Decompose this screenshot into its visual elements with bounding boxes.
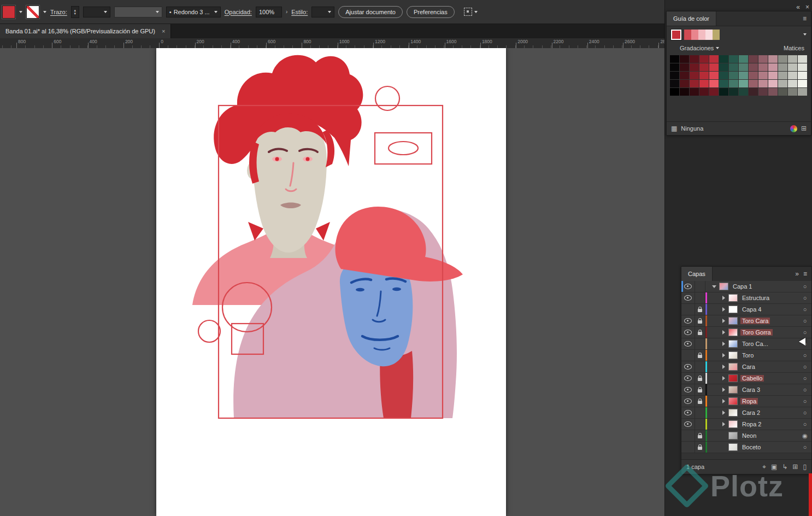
- target-circle[interactable]: ◉: [798, 432, 811, 439]
- color-swatch[interactable]: [798, 72, 807, 79]
- expand-icon[interactable]: [720, 319, 727, 323]
- target-circle[interactable]: ○: [798, 421, 811, 427]
- visibility-toggle[interactable]: [681, 338, 695, 349]
- layer-name[interactable]: Cara: [740, 363, 757, 370]
- save-swatches-icon[interactable]: ⊞: [801, 125, 807, 132]
- lock-toggle[interactable]: [695, 327, 705, 338]
- target-circle[interactable]: ○: [798, 386, 811, 393]
- color-swatch[interactable]: [749, 55, 758, 63]
- stroke-profile-dropdown[interactable]: [114, 7, 162, 17]
- visibility-toggle[interactable]: [681, 304, 695, 315]
- color-swatch[interactable]: [768, 80, 778, 87]
- lock-toggle[interactable]: [695, 304, 705, 315]
- layer-row[interactable]: Cara○: [681, 361, 811, 373]
- layer-name[interactable]: Capa 4: [740, 306, 763, 313]
- color-swatch[interactable]: [719, 72, 728, 79]
- color-swatch[interactable]: [690, 72, 699, 79]
- style-dropdown[interactable]: [311, 7, 334, 17]
- stroke-weight-stepper[interactable]: ▲▼: [71, 6, 79, 18]
- visibility-toggle[interactable]: [681, 384, 695, 395]
- color-swatch[interactable]: [778, 55, 787, 63]
- layer-row[interactable]: Toro Cara○: [681, 315, 811, 327]
- current-color-swatch[interactable]: [671, 30, 681, 40]
- layers-tab[interactable]: Capas: [681, 267, 713, 281]
- color-swatch[interactable]: [699, 72, 709, 79]
- tab-close-icon[interactable]: ×: [162, 28, 165, 34]
- color-swatch[interactable]: [739, 72, 748, 79]
- expand-icon[interactable]: [720, 376, 727, 380]
- lock-toggle[interactable]: [695, 373, 705, 384]
- lock-toggle[interactable]: [695, 384, 705, 395]
- color-guide-tab[interactable]: Guía de color: [667, 11, 716, 26]
- layer-name[interactable]: Toro Cara: [740, 318, 770, 324]
- color-swatch[interactable]: [719, 55, 728, 63]
- layer-row[interactable]: Cara 2○: [681, 407, 811, 419]
- layer-row[interactable]: Estructura○: [681, 292, 811, 304]
- canvas-area[interactable]: [0, 48, 664, 516]
- color-swatch[interactable]: [758, 63, 768, 71]
- expand-icon[interactable]: [710, 285, 718, 288]
- target-circle[interactable]: ○: [798, 295, 811, 301]
- expand-icon[interactable]: [720, 307, 727, 312]
- target-circle[interactable]: ○: [798, 363, 811, 370]
- color-swatch[interactable]: [729, 63, 738, 71]
- layer-row[interactable]: Capa 4○: [681, 304, 811, 315]
- target-circle[interactable]: ○: [798, 283, 811, 290]
- lock-toggle[interactable]: [695, 430, 705, 441]
- color-swatch[interactable]: [729, 55, 738, 63]
- layer-row[interactable]: Ropa○: [681, 396, 811, 407]
- expand-icon[interactable]: [720, 422, 727, 426]
- layer-name[interactable]: Cabello: [740, 375, 764, 382]
- color-swatch[interactable]: [670, 55, 679, 63]
- color-swatch[interactable]: [690, 80, 699, 87]
- color-swatch[interactable]: [670, 72, 679, 79]
- harmony-swatch[interactable]: [691, 30, 698, 40]
- new-sublayer-icon[interactable]: ↳: [782, 463, 787, 471]
- color-swatch[interactable]: [788, 72, 797, 79]
- color-swatch[interactable]: [758, 72, 768, 79]
- color-swatch[interactable]: [758, 55, 768, 63]
- harmony-swatch[interactable]: [713, 30, 720, 40]
- color-swatch[interactable]: [739, 55, 748, 63]
- variations-dropdown[interactable]: Gradaciones: [680, 45, 714, 51]
- layers-menu-icon[interactable]: ≡: [803, 270, 807, 278]
- expand-icon[interactable]: [720, 296, 727, 300]
- color-swatch[interactable]: [729, 80, 738, 87]
- document-tab[interactable]: Banda 01.ai* al 16,38% (RGB/Previsualiza…: [0, 24, 171, 38]
- artboard[interactable]: [156, 48, 506, 516]
- color-swatch[interactable]: [778, 88, 787, 96]
- color-swatch[interactable]: [788, 80, 797, 87]
- color-swatch[interactable]: [709, 80, 719, 87]
- visibility-toggle[interactable]: [681, 396, 695, 407]
- color-swatch[interactable]: [690, 55, 699, 63]
- color-swatch[interactable]: [709, 55, 719, 63]
- stroke-weight-dropdown[interactable]: [83, 7, 110, 17]
- color-swatch[interactable]: [680, 80, 689, 87]
- color-swatch[interactable]: [680, 88, 689, 96]
- color-swatch[interactable]: [690, 63, 699, 71]
- color-swatch[interactable]: [788, 88, 797, 96]
- stroke-caret-icon[interactable]: [43, 11, 46, 13]
- layer-row[interactable]: Toro Ca...○: [681, 338, 811, 350]
- color-swatch[interactable]: [709, 72, 719, 79]
- color-swatch[interactable]: [670, 88, 679, 96]
- brush-dropdown[interactable]: •Redondo 3 ...: [166, 7, 221, 17]
- color-swatch[interactable]: [729, 88, 738, 96]
- expand-icon[interactable]: [720, 365, 727, 369]
- layer-name[interactable]: Neon: [740, 432, 758, 439]
- target-circle[interactable]: ○: [798, 409, 811, 416]
- lock-toggle[interactable]: [695, 281, 705, 292]
- color-swatch[interactable]: [778, 72, 787, 79]
- color-swatch[interactable]: [798, 80, 807, 87]
- color-swatch[interactable]: [749, 63, 758, 71]
- locate-object-icon[interactable]: ⌖: [762, 463, 766, 471]
- fill-caret-icon[interactable]: [19, 11, 22, 13]
- color-swatch[interactable]: [719, 88, 728, 96]
- color-swatch[interactable]: [670, 63, 679, 71]
- color-swatch[interactable]: [719, 80, 728, 87]
- target-circle[interactable]: ○: [798, 318, 811, 324]
- fill-color-swatch[interactable]: [2, 5, 15, 19]
- color-swatch[interactable]: [709, 88, 719, 96]
- stepper-down-icon[interactable]: ▼: [73, 12, 77, 15]
- visibility-toggle[interactable]: [681, 373, 695, 384]
